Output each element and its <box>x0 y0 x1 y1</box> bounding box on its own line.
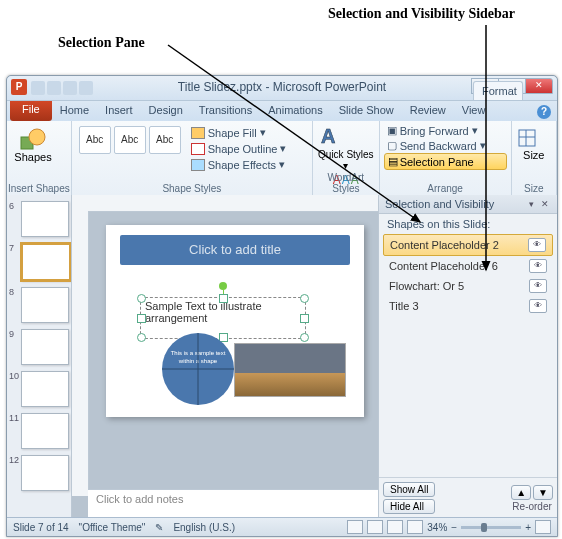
help-icon[interactable]: ? <box>537 105 551 119</box>
visibility-toggle-icon[interactable]: 👁 <box>528 238 546 252</box>
shapes-icon <box>19 127 47 151</box>
tab-design[interactable]: Design <box>141 101 191 121</box>
visibility-toggle-icon[interactable]: 👁 <box>529 279 547 293</box>
style-preset[interactable]: Abc <box>114 126 146 154</box>
svg-point-3 <box>29 129 45 145</box>
flowchart-or-shape[interactable]: This is a sample text within a shape <box>162 333 234 405</box>
resize-handle[interactable] <box>300 314 309 323</box>
hide-all-button[interactable]: Hide All <box>383 499 435 514</box>
sidebar-close-icon[interactable]: ✕ <box>539 199 551 209</box>
status-bar: Slide 7 of 14 "Office Theme" ✎ English (… <box>7 517 557 536</box>
visibility-toggle-icon[interactable]: 👁 <box>529 259 547 273</box>
shape-list-item[interactable]: Content Placeholder 2👁 <box>383 234 553 256</box>
tab-home[interactable]: Home <box>52 101 97 121</box>
shape-fill-button[interactable]: Shape Fill ▾ <box>188 125 290 140</box>
resize-handle[interactable] <box>219 294 228 303</box>
tab-file[interactable]: File <box>10 101 52 121</box>
shape-list-item[interactable]: Flowchart: Or 5👁 <box>383 276 553 296</box>
ribbon-group-wordart: A Quick Styles ▾ A A A WordArt Styles <box>313 121 380 195</box>
tab-format[interactable]: Format <box>473 81 523 100</box>
move-up-button[interactable]: ▲ <box>511 485 531 500</box>
close-button[interactable]: ✕ <box>525 78 553 94</box>
rotation-handle[interactable] <box>219 282 227 290</box>
move-down-button[interactable]: ▼ <box>533 485 553 500</box>
tab-transitions[interactable]: Transitions <box>191 101 260 121</box>
group-label: Arrange <box>380 183 511 194</box>
fit-button[interactable] <box>535 520 551 534</box>
title-placeholder[interactable]: Click to add title <box>120 235 350 265</box>
label: Send Backward <box>400 140 477 152</box>
sidebar-footer: Show All Hide All ▲ ▼ Re-order <box>379 477 557 518</box>
paint-bucket-icon <box>191 127 205 139</box>
resize-handle[interactable] <box>137 333 146 342</box>
sidebar-header: Selection and Visibility ▾✕ <box>379 195 557 214</box>
zoom-in-button[interactable]: + <box>525 522 531 533</box>
label: Shape Effects <box>208 159 276 171</box>
selection-pane-button[interactable]: ▤Selection Pane <box>384 153 507 170</box>
resize-handle[interactable] <box>137 314 146 323</box>
slideshow-view-button[interactable] <box>407 520 423 534</box>
thumbnail-slide-10[interactable]: 10 <box>11 371 67 407</box>
sidebar-subtitle: Shapes on this Slide: <box>379 214 557 234</box>
visibility-toggle-icon[interactable]: 👁 <box>529 299 547 313</box>
zoom-level[interactable]: 34% <box>427 522 447 533</box>
group-label: Size <box>512 183 556 194</box>
reading-view-button[interactable] <box>387 520 403 534</box>
label: Shape Outline <box>208 143 278 155</box>
image-placeholder[interactable] <box>234 343 346 397</box>
thumbnail-slide-7[interactable]: 7 <box>11 243 67 281</box>
resize-handle[interactable] <box>300 333 309 342</box>
annotation-selection-pane: Selection Pane <box>58 35 145 51</box>
sorter-view-button[interactable] <box>367 520 383 534</box>
reorder-label: Re-order <box>512 501 551 512</box>
thumbnail-slide-8[interactable]: 8 <box>11 287 67 323</box>
style-preset[interactable]: Abc <box>79 126 111 154</box>
effects-icon <box>191 159 205 171</box>
shapes-button[interactable]: Shapes <box>11 123 55 163</box>
vertical-ruler <box>72 211 89 496</box>
ribbon-tabs: File Home Insert Design Transitions Anim… <box>7 101 557 121</box>
thumbnail-slide-9[interactable]: 9 <box>11 329 67 365</box>
size-button[interactable]: Size <box>516 149 552 161</box>
notes-pane[interactable]: Click to add notes <box>88 489 378 518</box>
ribbon-group-size: Size Size <box>512 121 557 195</box>
group-label: WordArt Styles <box>313 172 379 194</box>
group-label: Shape Styles <box>72 183 312 194</box>
tab-review[interactable]: Review <box>402 101 454 121</box>
spellcheck-icon[interactable]: ✎ <box>155 522 163 533</box>
thumbnail-slide-11[interactable]: 11 <box>11 413 67 449</box>
shape-list-item[interactable]: Content Placeholder 6👁 <box>383 256 553 276</box>
shape-effects-button[interactable]: Shape Effects ▾ <box>188 157 290 172</box>
wordart-icon: A <box>317 123 347 149</box>
shape-list-item[interactable]: Title 3👁 <box>383 296 553 316</box>
show-all-button[interactable]: Show All <box>383 482 435 497</box>
style-preset[interactable]: Abc <box>149 126 181 154</box>
ribbon: Shapes Insert Shapes Abc Abc Abc Shape F… <box>7 121 557 196</box>
slide-thumbnails[interactable]: 6789101112 <box>7 195 72 518</box>
svg-rect-5 <box>519 130 535 146</box>
zoom-out-button[interactable]: − <box>451 522 457 533</box>
normal-view-button[interactable] <box>347 520 363 534</box>
thumbnail-slide-6[interactable]: 6 <box>11 201 67 237</box>
shape-outline-button[interactable]: Shape Outline ▾ <box>188 141 290 156</box>
bring-forward-button[interactable]: ▣Bring Forward ▾ <box>384 123 507 138</box>
label: Selection Pane <box>400 156 474 168</box>
status-slide-number: Slide 7 of 14 <box>13 522 69 533</box>
label: Shape Fill <box>208 127 257 139</box>
group-label: Insert Shapes <box>7 183 71 194</box>
send-backward-button[interactable]: ▢Send Backward ▾ <box>384 138 507 153</box>
zoom-slider[interactable] <box>461 526 521 529</box>
sidebar-dropdown-icon[interactable]: ▾ <box>525 199 537 209</box>
selection-pane-icon: ▤ <box>388 155 398 168</box>
tab-animations[interactable]: Animations <box>260 101 330 121</box>
quick-styles-button[interactable]: Quick Styles ▾ <box>317 149 375 171</box>
slide[interactable]: Click to add title Sample Text to illust… <box>106 225 364 417</box>
thumbnail-slide-12[interactable]: 12 <box>11 455 67 491</box>
sidebar-shape-list: Content Placeholder 2👁Content Placeholde… <box>379 234 557 477</box>
resize-handle[interactable] <box>300 294 309 303</box>
tab-slideshow[interactable]: Slide Show <box>331 101 402 121</box>
status-language[interactable]: English (U.S.) <box>173 522 235 533</box>
tab-insert[interactable]: Insert <box>97 101 141 121</box>
resize-handle[interactable] <box>137 294 146 303</box>
svg-text:A: A <box>321 125 335 147</box>
